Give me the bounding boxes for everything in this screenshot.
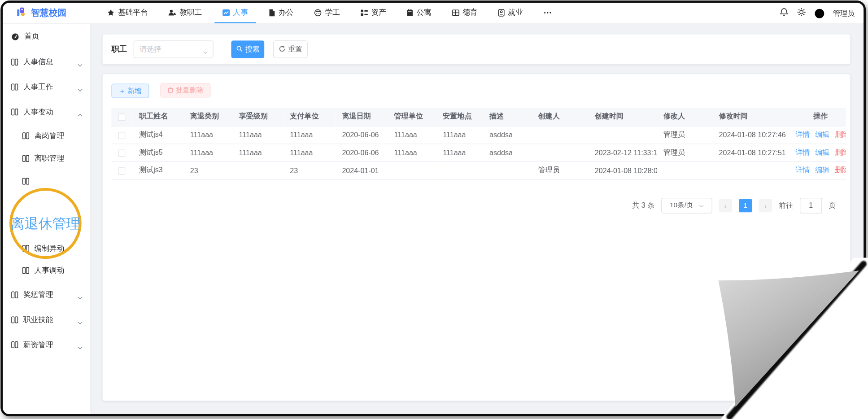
page-size-select[interactable]: 10条/页 — [661, 198, 712, 214]
cell: asddsa — [483, 144, 532, 161]
search-panel: 职工 请选择 搜索 重置 — [103, 35, 851, 65]
nav-label: 基础平台 — [118, 8, 148, 17]
delete-link[interactable]: 删除 — [835, 166, 846, 174]
delete-link[interactable]: 删除 — [835, 148, 846, 157]
detail-link[interactable]: 详情 — [795, 148, 810, 157]
nav-base-platform[interactable]: 基础平台 — [99, 3, 156, 23]
sidebar-item-hr-info[interactable]: 人事信息 — [3, 54, 90, 70]
book-icon — [11, 108, 18, 116]
select-all-cell — [111, 108, 132, 126]
nav-more[interactable] — [535, 3, 559, 23]
edit-link[interactable]: 编辑 — [815, 166, 829, 174]
cell: 111aaa — [183, 144, 232, 161]
book-icon — [11, 291, 18, 299]
brand[interactable]: 智慧校园 — [3, 3, 86, 23]
book-icon — [22, 177, 29, 185]
cell — [657, 161, 712, 179]
settings-gear-icon[interactable] — [797, 8, 806, 19]
chevron-down-icon — [78, 343, 83, 352]
sidebar-item-salary[interactable]: 薪资管理 — [3, 336, 90, 353]
add-button-label: 新增 — [128, 86, 142, 96]
nav-moral-education[interactable]: 德育 — [444, 3, 485, 23]
sidebar-label: 离职管理 — [35, 153, 65, 163]
nav-assets[interactable]: 资产 — [352, 3, 394, 23]
top-nav-bar: 智慧校园 基础平台 教职工 — [3, 3, 864, 24]
sidebar-subitem-personnel-transfer[interactable]: 人事调动 — [3, 262, 90, 279]
chevron-down-icon — [78, 61, 83, 69]
cell: 111aaa — [232, 144, 284, 161]
sidebar-subitem-resignation[interactable]: 离职管理 — [3, 150, 90, 167]
nav-student-affairs[interactable]: 学工 — [305, 3, 348, 23]
book-icon — [22, 132, 29, 140]
nav-apartment[interactable]: 公寓 — [398, 3, 439, 23]
cell — [388, 161, 436, 179]
detail-link[interactable]: 详情 — [795, 166, 810, 174]
users-icon — [168, 9, 176, 16]
sidebar-label: 职业技能 — [23, 315, 53, 325]
cell: 23 — [183, 161, 232, 179]
next-page-button[interactable]: › — [759, 199, 772, 212]
nav-staff[interactable]: 教职工 — [160, 3, 210, 23]
sidebar-label: 首页 — [24, 31, 39, 41]
page-number-button[interactable]: 1 — [739, 199, 752, 212]
column-header: 操作 — [795, 108, 846, 126]
detail-link[interactable]: 详情 — [795, 130, 810, 139]
staff-select[interactable]: 请选择 — [134, 40, 214, 58]
sidebar-item-rewards[interactable]: 奖惩管理 — [3, 287, 90, 303]
sidebar-item-hr-change[interactable]: 人事变动 — [3, 104, 90, 120]
sidebar: 首页 人事信息 人事工作 人事变动 离岗管理 — [3, 24, 90, 414]
reset-button[interactable]: 重置 — [273, 40, 308, 58]
cell: 2023-02-12 11:33:15 — [588, 144, 657, 161]
sidebar-label: 离岗管理 — [35, 131, 65, 141]
cell: 111aaa — [388, 144, 436, 161]
batch-delete-button[interactable]: 批量删除 — [160, 83, 210, 97]
cell — [712, 161, 795, 179]
delete-link[interactable]: 删除 — [835, 130, 846, 139]
top-nav-menu: 基础平台 教职工 人事 — [99, 3, 559, 23]
nav-label: 公寓 — [417, 8, 432, 17]
edit-link[interactable]: 编辑 — [815, 148, 829, 157]
book-icon — [11, 83, 18, 91]
data-table: 职工姓名 离退类别 享受级别 支付单位 离退日期 管理单位 安置地点 描述 创建… — [111, 108, 846, 179]
nav-label: 人事 — [233, 8, 248, 17]
table-header-row: 职工姓名 离退类别 享受级别 支付单位 离退日期 管理单位 安置地点 描述 创建… — [111, 108, 846, 126]
prev-page-button[interactable]: ‹ — [719, 199, 733, 212]
cell: 管理员 — [657, 144, 712, 161]
nav-label: 就业 — [508, 8, 523, 17]
chevron-down-icon — [78, 85, 83, 94]
user-avatar[interactable] — [815, 9, 824, 18]
sidebar-item-hr-work[interactable]: 人事工作 — [3, 79, 90, 95]
row-checkbox[interactable] — [118, 132, 125, 139]
column-header: 创建人 — [532, 108, 588, 126]
sidebar-subitem-leave-post[interactable]: 离岗管理 — [3, 127, 90, 144]
asset-list-icon — [360, 9, 368, 16]
add-button[interactable]: ＋ 新增 — [111, 84, 148, 98]
table-row: 测试js5 111aaa 111aaa 111aaa 2020-06-06 11… — [111, 144, 846, 161]
cell: 2024-01-08 10:27:51 — [712, 144, 795, 161]
document-icon — [268, 9, 275, 16]
nav-employment[interactable]: 就业 — [490, 3, 531, 23]
search-button-label: 搜索 — [245, 44, 260, 54]
trash-icon — [167, 86, 174, 95]
column-header: 享受级别 — [232, 108, 284, 126]
nav-label: 资产 — [371, 8, 386, 17]
sidebar-label: 奖惩管理 — [23, 290, 53, 300]
search-button[interactable]: 搜索 — [231, 40, 264, 58]
sidebar-item-home[interactable]: 首页 — [3, 28, 90, 45]
column-header: 支付单位 — [283, 108, 335, 126]
chevron-down-icon — [699, 201, 704, 209]
cell: 管理员 — [532, 161, 588, 179]
row-checkbox[interactable] — [118, 149, 125, 157]
user-name[interactable]: 管理员 — [833, 9, 855, 18]
nav-office[interactable]: 办公 — [260, 3, 301, 23]
edit-link[interactable]: 编辑 — [815, 130, 829, 139]
row-checkbox[interactable] — [118, 167, 125, 175]
sidebar-item-vocational-skills[interactable]: 职业技能 — [3, 311, 90, 328]
select-all-checkbox[interactable] — [118, 113, 125, 121]
sidebar-subitem-retirement[interactable]: 离退休管理 — [3, 173, 90, 190]
notification-bell-icon[interactable] — [780, 8, 789, 19]
goto-page-input[interactable] — [800, 198, 822, 214]
dashboard-icon — [11, 32, 20, 41]
nav-hr[interactable]: 人事 — [214, 3, 256, 23]
cell: 111aaa — [283, 126, 335, 144]
